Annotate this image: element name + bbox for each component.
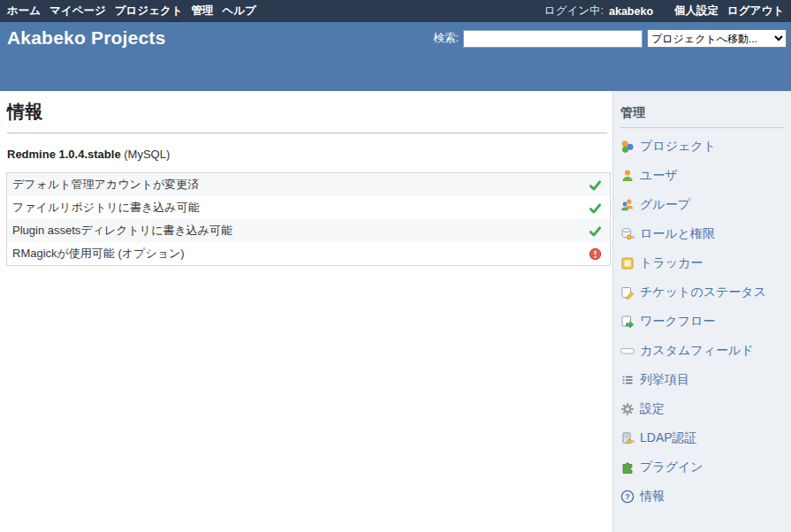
sidebar-item-label: プラグイン [640,460,704,475]
sidebar-item-label: LDAP認証 [640,430,697,446]
account-link[interactable]: ログアウト [727,4,784,17]
content: 情報 Redmine 1.0.4.stable (MySQL) デフォルト管理ア… [0,91,612,532]
sidebar-item[interactable]: ユーザ [620,161,784,190]
group-icon [620,198,635,212]
sidebar-item[interactable]: グループ [620,190,784,219]
sidebar-item-label: 情報 [640,489,665,505]
search-area: 検索: プロジェクトへ移動... [434,29,787,48]
page-title: 情報 [7,100,607,133]
version-name: Redmine 1.0.4.stable [7,148,121,161]
sidebar-item-label: 設定 [640,401,665,417]
checklist-body: デフォルト管理アカウントが変更済ファイルリポジトリに書き込み可能Plugin a… [7,173,611,266]
sidebar-item[interactable]: 設定 [620,394,784,423]
issue-status-icon [620,285,635,300]
top-menu-item[interactable]: 管理 [192,4,214,17]
roles-icon [620,227,635,241]
logged-in-username: akabeko [609,5,653,18]
check-status-cell [583,219,611,242]
check-ok-icon [589,224,602,237]
sidebar-item[interactable]: LDAP認証 [620,423,784,452]
ldap-auth-icon [620,431,635,445]
sidebar-item[interactable]: トラッカー [620,248,784,277]
sidebar-item[interactable]: ワークフロー [620,307,784,336]
sidebar-item[interactable]: 列挙項目 [620,365,784,394]
check-label: Plugin assetsディレクトリに書き込み可能 [7,219,584,242]
sidebar-item-label: ユーザ [640,168,678,184]
sidebar-item-label: 列挙項目 [640,372,689,388]
sidebar-item-label: ワークフロー [640,314,715,330]
checklist-row: RMagickが使用可能 (オプション) [7,242,611,266]
check-label: デフォルト管理アカウントが変更済 [7,173,584,197]
enumeration-icon [620,373,635,387]
settings-gear-icon [620,402,635,416]
version-line: Redmine 1.0.4.stable (MySQL) [7,148,607,161]
sidebar-title: 管理 [620,105,784,128]
sidebar-item[interactable]: プロジェクト [620,132,784,161]
sidebar-item[interactable]: プラグイン [620,452,784,482]
top-menu-item[interactable]: プロジェクト [115,4,183,17]
check-label: ファイルリポジトリに書き込み可能 [7,196,584,219]
check-status-cell [583,173,611,197]
sidebar-item[interactable]: チケットのステータス [620,277,784,307]
projects-icon [620,140,635,154]
checklist-row: デフォルト管理アカウントが変更済 [7,173,611,197]
top-menu-item[interactable]: ホーム [7,4,41,17]
app-header: Akabeko Projects 検索: プロジェクトへ移動... [0,22,791,91]
sidebar-item-label: ロールと権限 [640,226,715,242]
top-menu-item[interactable]: ヘルプ [223,4,256,17]
sidebar-item[interactable]: ?情報 [620,482,784,511]
sidebar-item-label: プロジェクト [640,139,716,155]
sidebar-item[interactable]: ロールと権限 [620,219,784,248]
account-links: 個人設定ログアウト [666,4,784,19]
checklist-row: ファイルリポジトリに書き込み可能 [7,196,611,219]
plugin-puzzle-icon [620,460,635,475]
sidebar-item-label: トラッカー [640,255,703,271]
custom-field-icon [620,344,635,358]
check-ok-icon [589,178,602,191]
check-status-cell [583,242,611,266]
sidebar-item-label: カスタムフィールド [640,343,754,359]
sidebar-item-label: チケットのステータス [640,285,766,300]
tracker-icon [620,256,635,270]
logged-in-label: ログイン中: [544,4,604,19]
svg-text:?: ? [625,491,630,501]
search-input[interactable] [463,30,643,48]
top-menu-item[interactable]: マイページ [49,4,106,17]
top-menu-links: ホームマイページプロジェクト管理ヘルプ [7,4,265,19]
project-jump-select[interactable]: プロジェクトへ移動... [647,29,787,48]
checklist-row: Plugin assetsディレクトリに書き込み可能 [7,219,611,242]
main-area: 情報 Redmine 1.0.4.stable (MySQL) デフォルト管理ア… [0,91,791,532]
admin-menu: プロジェクトユーザグループロールと権限トラッカーチケットのステータスワークフロー… [620,132,784,511]
account-link[interactable]: 個人設定 [674,4,719,17]
version-db: (MySQL) [121,148,171,161]
environment-checklist: デフォルト管理アカウントが変更済ファイルリポジトリに書き込み可能Plugin a… [6,172,611,266]
sidebar: 管理 プロジェクトユーザグループロールと権限トラッカーチケットのステータスワーク… [612,91,791,532]
search-label: 検索: [434,31,459,46]
sidebar-item-label: グループ [640,197,690,213]
check-ok-icon [589,201,602,214]
workflow-icon [620,315,635,329]
user-icon [620,169,635,183]
account-area: ログイン中: akabeko 個人設定ログアウト [544,4,784,19]
check-label: RMagickが使用可能 (オプション) [7,242,584,266]
check-status-cell [583,196,611,219]
info-help-icon: ? [620,490,635,504]
sidebar-item[interactable]: カスタムフィールド [620,336,784,365]
check-error-icon [589,247,602,260]
top-menu: ホームマイページプロジェクト管理ヘルプ ログイン中: akabeko 個人設定ロ… [0,0,791,22]
